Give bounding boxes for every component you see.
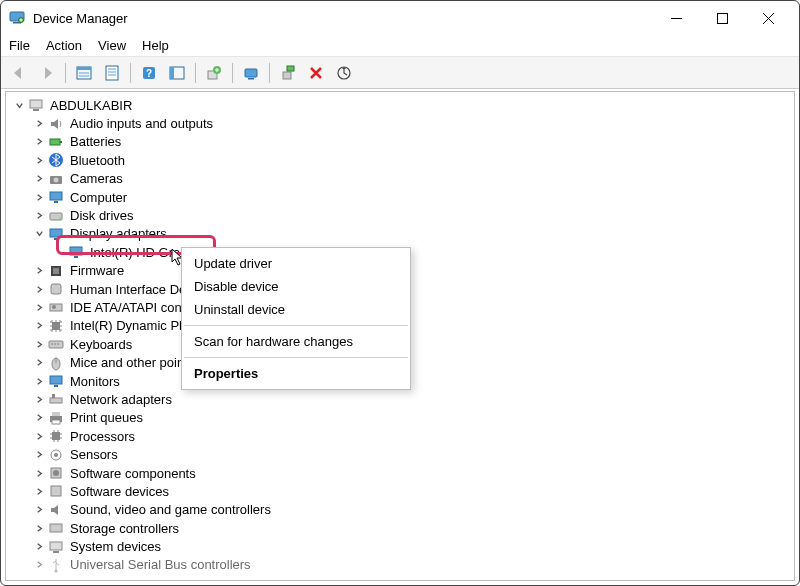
battery-icon (48, 134, 64, 150)
sensor-icon (48, 447, 64, 463)
usb-icon (48, 557, 64, 573)
scan-hardware-button[interactable] (332, 61, 356, 85)
app-icon (9, 9, 25, 28)
expand-icon[interactable] (32, 300, 46, 314)
maximize-button[interactable] (699, 1, 745, 35)
root-label: ABDULKABIR (50, 98, 132, 113)
tree-item-sensors[interactable]: Sensors (6, 445, 794, 463)
svg-rect-29 (60, 141, 62, 143)
svg-rect-39 (70, 247, 82, 255)
tree-item-print[interactable]: Print queues (6, 409, 794, 427)
svg-rect-47 (49, 341, 63, 348)
expand-icon[interactable] (32, 448, 46, 462)
svg-rect-67 (50, 542, 62, 550)
tree-item-sound[interactable]: Sound, video and game controllers (6, 501, 794, 519)
tree-item-software-components[interactable]: Software components (6, 464, 794, 482)
svg-point-69 (55, 569, 58, 572)
tree-item-disk-drives[interactable]: Disk drives (6, 206, 794, 224)
firmware-icon (48, 263, 64, 279)
expand-icon[interactable] (32, 209, 46, 223)
tree-item-software-devices[interactable]: Software devices (6, 482, 794, 500)
svg-rect-38 (54, 238, 58, 240)
menu-file[interactable]: File (9, 38, 30, 53)
separator (269, 63, 270, 83)
svg-point-32 (54, 177, 59, 182)
disk-icon (48, 208, 64, 224)
expand-icon[interactable] (32, 558, 46, 572)
delete-button[interactable] (304, 61, 328, 85)
context-uninstall-device[interactable]: Uninstall device (182, 298, 410, 321)
tree-item-processors[interactable]: Processors (6, 427, 794, 445)
expand-icon[interactable] (32, 356, 46, 370)
expand-icon[interactable] (32, 153, 46, 167)
camera-icon (48, 171, 64, 187)
window-title: Device Manager (33, 11, 128, 26)
context-properties[interactable]: Properties (182, 362, 410, 385)
context-update-driver[interactable]: Update driver (182, 252, 410, 275)
expand-icon[interactable] (32, 264, 46, 278)
expand-icon[interactable] (32, 466, 46, 480)
svg-rect-22 (248, 78, 254, 80)
separator (130, 63, 131, 83)
context-disable-device[interactable]: Disable device (182, 275, 410, 298)
expand-icon[interactable] (32, 190, 46, 204)
tree-item-storage[interactable]: Storage controllers (6, 519, 794, 537)
svg-point-48 (51, 344, 52, 345)
scan-button-1[interactable] (165, 61, 189, 85)
expand-icon[interactable] (32, 374, 46, 388)
update-driver-button[interactable] (202, 61, 226, 85)
svg-rect-54 (54, 385, 58, 387)
svg-point-45 (52, 305, 56, 309)
menu-view[interactable]: View (98, 38, 126, 53)
tree-item-audio[interactable]: Audio inputs and outputs (6, 114, 794, 132)
collapse-icon[interactable] (12, 98, 26, 112)
uninstall-button[interactable] (276, 61, 300, 85)
expand-icon[interactable] (32, 521, 46, 535)
computer-icon (28, 97, 44, 113)
disable-device-button[interactable] (239, 61, 263, 85)
tree-item-bluetooth[interactable]: Bluetooth (6, 151, 794, 169)
monitor-icon (48, 373, 64, 389)
expand-icon[interactable] (32, 392, 46, 406)
expand-icon[interactable] (32, 117, 46, 131)
svg-point-50 (57, 344, 58, 345)
menu-help[interactable]: Help (142, 38, 169, 53)
svg-rect-46 (52, 322, 60, 330)
context-scan-hardware[interactable]: Scan for hardware changes (182, 330, 410, 353)
menu-action[interactable]: Action (46, 38, 82, 53)
expand-icon[interactable] (32, 503, 46, 517)
tree-item-display-adapters[interactable]: Display adapters (6, 225, 794, 243)
expand-icon[interactable] (32, 411, 46, 425)
back-button[interactable] (7, 61, 31, 85)
expand-icon[interactable] (32, 337, 46, 351)
tree-item-computer[interactable]: Computer (6, 188, 794, 206)
expand-icon[interactable] (32, 484, 46, 498)
minimize-button[interactable] (653, 1, 699, 35)
svg-rect-55 (50, 398, 62, 403)
svg-rect-21 (245, 69, 257, 77)
svg-rect-66 (50, 524, 62, 532)
tree-item-cameras[interactable]: Cameras (6, 170, 794, 188)
tree-item-system[interactable]: System devices (6, 537, 794, 555)
ide-icon (48, 299, 64, 315)
help-button[interactable]: ? (137, 61, 161, 85)
show-hide-button[interactable] (72, 61, 96, 85)
collapse-icon[interactable] (32, 227, 46, 241)
printer-icon (48, 410, 64, 426)
expand-icon[interactable] (32, 172, 46, 186)
expand-icon[interactable] (32, 135, 46, 149)
tree-item-batteries[interactable]: Batteries (6, 133, 794, 151)
forward-button[interactable] (35, 61, 59, 85)
expand-icon[interactable] (32, 319, 46, 333)
expand-icon[interactable] (32, 282, 46, 296)
expand-icon[interactable] (32, 540, 46, 554)
svg-rect-11 (106, 66, 118, 80)
svg-rect-18 (170, 67, 174, 79)
expand-icon[interactable] (32, 429, 46, 443)
tree-root[interactable]: ABDULKABIR (6, 96, 794, 114)
close-button[interactable] (745, 1, 791, 35)
tree-item-usb[interactable]: Universal Serial Bus controllers (6, 556, 794, 574)
bluetooth-icon (48, 152, 64, 168)
tree-item-network[interactable]: Network adapters (6, 390, 794, 408)
properties-button[interactable] (100, 61, 124, 85)
